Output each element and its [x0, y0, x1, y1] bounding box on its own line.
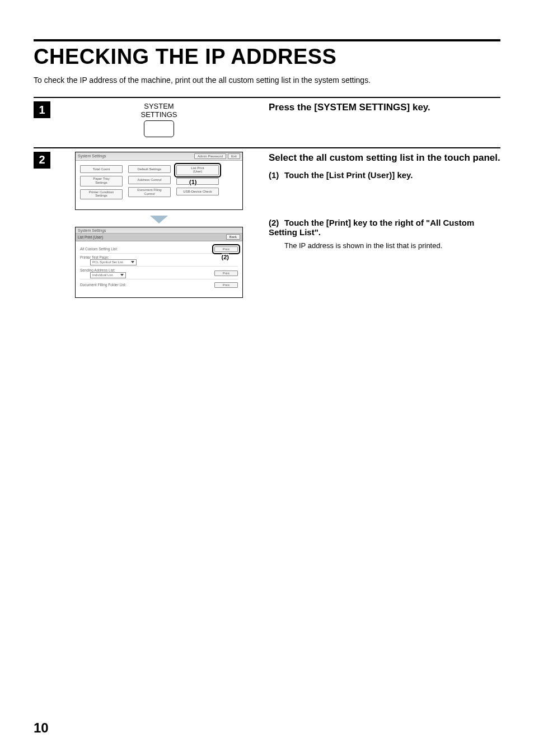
printer-test-select[interactable]: PCL Symbol Set List [90, 259, 137, 265]
page-title: CHECKING THE IP ADDRESS [34, 45, 500, 69]
panel2-header-title: System Settings [78, 228, 106, 232]
step2-line2-desc: The IP address is shown in the list that… [284, 241, 500, 250]
step2-line2: (2)Touch the [Print] key to the right of… [269, 218, 500, 237]
callout-1: (1) [189, 179, 196, 185]
total-count-button[interactable]: Total Count [80, 165, 123, 174]
step-2: 2 System Settings Admin Password Exit To… [34, 147, 500, 302]
intro-text: To check the IP address of the machine, … [34, 76, 500, 85]
step2-line1: (1)Touch the [List Print (User)] key. [269, 170, 500, 180]
touch-panel-system-settings: System Settings Admin Password Exit Tota… [75, 152, 243, 210]
print-doc-folder-button[interactable]: Print [214, 282, 238, 288]
panel2-subtitle: List Print (User) [78, 235, 103, 239]
paper-tray-settings-button[interactable]: Paper TraySettings [80, 176, 123, 186]
system-settings-key-illustration: SYSTEM SETTINGS [140, 102, 177, 137]
down-arrow-icon [150, 216, 168, 223]
touch-panel-list-print-user: System Settings List Print (User) Back A… [75, 227, 243, 298]
step-number-2: 2 [34, 152, 50, 169]
chevron-down-icon [131, 261, 134, 263]
address-control-button[interactable]: Address Control [128, 176, 171, 184]
top-rule [34, 39, 500, 41]
panel1-title: System Settings [78, 154, 106, 158]
step1-instruction: Press the [SYSTEM SETTINGS] key. [269, 101, 500, 114]
page-number: 10 [34, 720, 49, 736]
step2-heading: Select the all custom setting list in th… [269, 152, 500, 165]
admin-password-button[interactable]: Admin Password [194, 153, 226, 159]
row-doc-folder-label: Document Filling Folder List: [80, 283, 126, 287]
step-1: 1 SYSTEM SETTINGS Press the [SYSTEM SETT… [34, 97, 500, 137]
row-sending-address-label: Sending Address List: [80, 268, 115, 272]
callout-2: (2) [222, 254, 229, 260]
step-number-1: 1 [34, 101, 50, 118]
list-print-user-button[interactable]: List Print(User) [176, 165, 219, 175]
system-settings-physical-key [144, 120, 174, 137]
row-printer-test-label: Printer Test Page: [80, 255, 109, 259]
chevron-down-icon [120, 274, 124, 276]
sys-key-label-2: SETTINGS [140, 110, 177, 119]
print-sending-address-button[interactable]: Print [214, 270, 238, 276]
exit-button[interactable]: Exit [228, 153, 240, 159]
sending-address-select[interactable]: Individual List [90, 272, 126, 278]
back-button[interactable]: Back [226, 234, 240, 240]
sys-key-label-1: SYSTEM [144, 102, 174, 110]
document-filing-control-button[interactable]: Document FilingControl [128, 187, 171, 197]
default-settings-button[interactable]: Default Settings [128, 165, 171, 174]
row-all-custom-label: All Custom Setting List: [80, 247, 118, 251]
usb-device-check-button[interactable]: USB-Device Check [176, 188, 219, 196]
printer-condition-button[interactable]: Printer ConditionSettings [80, 189, 123, 199]
fax-data-button[interactable]: Rec (1) ard [176, 178, 219, 185]
print-all-custom-button[interactable]: Print [214, 246, 238, 252]
